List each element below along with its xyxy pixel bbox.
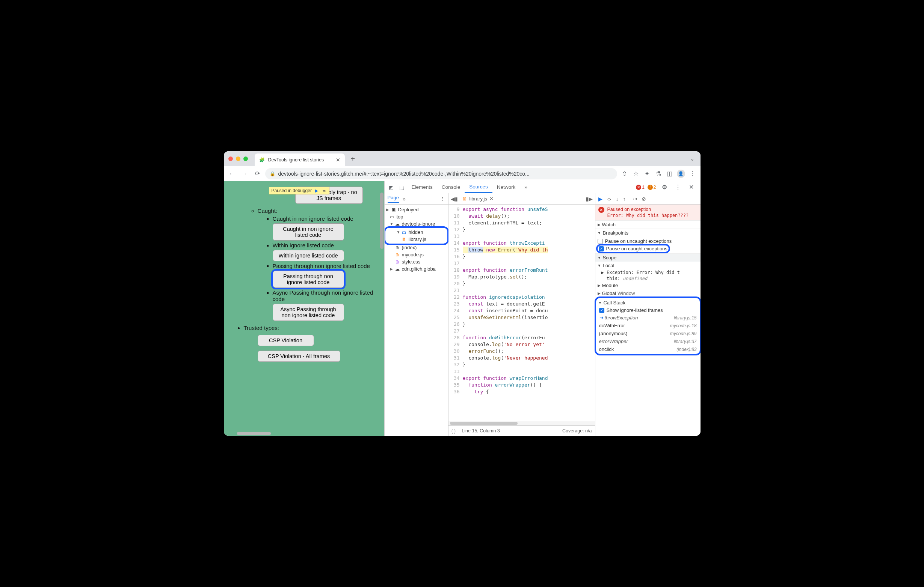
deactivate-breakpoints-button[interactable]: ⊘ xyxy=(642,196,646,202)
code-line[interactable] xyxy=(463,287,595,294)
tree-hidden-folder[interactable]: ▼🗀hidden xyxy=(386,229,447,236)
watch-section[interactable]: ▶Watch xyxy=(595,220,701,229)
checkbox-checked-icon[interactable]: ✓ xyxy=(599,246,604,252)
code-line[interactable] xyxy=(463,233,595,240)
code-line[interactable] xyxy=(463,260,595,267)
code-line[interactable]: throw new Error('Why did th xyxy=(463,247,595,253)
code-line[interactable]: unsafeSetInnerHtml(insertio xyxy=(463,314,595,321)
resume-button[interactable]: ▶ xyxy=(598,196,602,202)
code-line[interactable]: } xyxy=(463,253,595,260)
tree-cdn[interactable]: ▶☁cdn.glitch.globa xyxy=(384,265,448,273)
device-toolbar-icon[interactable]: ⬚ xyxy=(397,182,407,192)
code-area[interactable]: 9101112131415161718192021222324252627282… xyxy=(449,205,595,421)
browser-tab[interactable]: 🧩 DevTools ignore list stories ✕ xyxy=(255,153,345,166)
tree-domain[interactable]: ▼☁devtools-ignore xyxy=(384,220,448,227)
code-line[interactable]: element.innerHTML = text; xyxy=(463,220,595,226)
scope-section[interactable]: ▼Scope xyxy=(595,253,701,261)
inspect-icon[interactable]: ◩ xyxy=(386,182,397,192)
code-line[interactable]: } xyxy=(463,321,595,328)
toggle-debugger-icon[interactable]: ▮▶ xyxy=(586,196,593,202)
menu-button[interactable]: ⋮ xyxy=(687,169,698,179)
devtools-menu-icon[interactable]: ⋮ xyxy=(673,182,683,192)
code-line[interactable] xyxy=(463,328,595,334)
extensions-icon[interactable]: ✦ xyxy=(642,169,652,179)
call-stack-frame[interactable]: (anonymous)mycode.js:89 xyxy=(596,329,700,337)
devtools-tab-console[interactable]: Console xyxy=(437,181,465,193)
toggle-navigator-icon[interactable]: ◀▮ xyxy=(451,196,458,202)
settings-icon[interactable]: ⚙ xyxy=(659,182,670,192)
code-line[interactable]: export async function unsafeS xyxy=(463,206,595,213)
step-out-button[interactable]: ↑ xyxy=(623,196,626,202)
close-window-button[interactable] xyxy=(228,156,233,161)
nav-more-tabs-icon[interactable]: » xyxy=(403,196,406,202)
reload-button[interactable]: ⟳ xyxy=(252,169,263,179)
call-stack-frame[interactable]: errorWrapperlibrary.js:37 xyxy=(596,337,700,345)
scope-local[interactable]: ▼Local xyxy=(595,261,701,270)
code-line[interactable]: const insertionPoint = docu xyxy=(463,307,595,314)
code-line[interactable]: export function wrapErrorHand xyxy=(463,375,595,382)
address-bar[interactable]: 🔒 devtools-ignore-list-stories.glitch.me… xyxy=(265,168,617,179)
error-count[interactable]: ✕1 xyxy=(636,185,645,190)
code-hscrollbar[interactable] xyxy=(449,421,595,425)
code-line[interactable]: function errorWrapper() { xyxy=(463,382,595,388)
code-line[interactable]: await delay(); xyxy=(463,213,595,220)
call-stack-section[interactable]: ▼Call Stack xyxy=(596,299,700,307)
forward-button[interactable]: → xyxy=(240,169,250,179)
share-icon[interactable]: ⇧ xyxy=(619,169,630,179)
show-ignore-listed-checkbox[interactable]: ✓ Show ignore-listed frames xyxy=(596,307,700,314)
tree-index[interactable]: 🗎(index) xyxy=(384,244,448,251)
code-line[interactable]: try { xyxy=(463,388,595,395)
new-tab-button[interactable]: + xyxy=(348,155,358,163)
close-tab-icon[interactable]: ✕ xyxy=(336,157,340,163)
file-tab-library-js[interactable]: 🗎 library.js ✕ xyxy=(460,193,496,204)
scope-global[interactable]: ▶GlobalWindow xyxy=(595,289,701,297)
bookmark-icon[interactable]: ☆ xyxy=(631,169,641,179)
warning-count[interactable]: !2 xyxy=(648,185,656,190)
page-hscrollbar[interactable] xyxy=(237,432,271,435)
tree-library-js[interactable]: 🗎library.js xyxy=(386,236,447,243)
step-into-button[interactable]: ↓ xyxy=(616,196,619,202)
code-line[interactable]: export function throwExcepti xyxy=(463,240,595,247)
profile-button[interactable]: 👤 xyxy=(676,169,686,179)
code-line[interactable]: console.log('Never happened xyxy=(463,355,595,362)
call-stack-frame[interactable]: doWithErrormycode.js:18 xyxy=(596,322,700,329)
nav-menu-icon[interactable]: ⋮ xyxy=(440,196,445,202)
tree-top[interactable]: ▭top xyxy=(384,213,448,220)
devtools-tab-network[interactable]: Network xyxy=(492,181,520,193)
page-button[interactable]: Async Passing through non ignore listed … xyxy=(273,304,344,321)
code-line[interactable]: errorFunc(); xyxy=(463,348,595,355)
code-line[interactable] xyxy=(463,368,595,375)
more-tabs-icon[interactable]: » xyxy=(520,181,532,193)
nav-page-tab[interactable]: Page xyxy=(388,195,399,203)
pause-uncaught-checkbox[interactable]: Pause on uncaught exceptions xyxy=(597,238,698,245)
page-button[interactable]: Passing through non ignore listed code xyxy=(273,271,344,288)
page-button[interactable]: Caught in non ignore listed code xyxy=(273,223,344,240)
csp-violation-all-button[interactable]: CSP Violation - All frames xyxy=(257,350,340,362)
code-line[interactable]: } xyxy=(463,226,595,233)
csp-violation-button[interactable]: CSP Violation xyxy=(257,335,314,346)
code-line[interactable]: function ignoredcspviolation xyxy=(463,294,595,301)
scope-module[interactable]: ▶Module xyxy=(595,281,701,289)
call-stack-frame[interactable]: ➔throwExceptionlibrary.js:15 xyxy=(596,314,700,322)
close-devtools-icon[interactable]: ✕ xyxy=(686,182,697,192)
tab-list-button[interactable]: ⌄ xyxy=(688,154,696,163)
tree-deployed[interactable]: ▶▣Deployed xyxy=(384,206,448,213)
resume-icon[interactable]: ▶ xyxy=(314,188,319,193)
code-line[interactable]: } xyxy=(463,280,595,287)
page-button[interactable]: Within ignore listed code xyxy=(273,250,344,261)
maximize-window-button[interactable] xyxy=(243,156,248,161)
scope-exception[interactable]: ▶ Exception: Error: Why did t xyxy=(595,270,701,276)
call-stack-frame[interactable]: onclick(index):83 xyxy=(596,345,700,353)
page-scrollbar[interactable] xyxy=(380,192,383,249)
code-line[interactable]: export function errorFromRunt xyxy=(463,267,595,274)
tree-style-css[interactable]: 🗎style.css xyxy=(384,258,448,265)
step-button[interactable]: →• xyxy=(630,196,637,202)
code-line[interactable]: console.log('No error yet' xyxy=(463,341,595,348)
devtools-tab-elements[interactable]: Elements xyxy=(407,181,437,193)
code-line[interactable]: function doWithError(errorFu xyxy=(463,334,595,341)
devtools-tab-sources[interactable]: Sources xyxy=(465,181,492,193)
pretty-print-icon[interactable]: { } xyxy=(452,428,456,434)
close-file-icon[interactable]: ✕ xyxy=(489,196,493,202)
code-line[interactable]: Map.prototype.set(); xyxy=(463,274,595,280)
labs-icon[interactable]: ⚗ xyxy=(653,169,664,179)
